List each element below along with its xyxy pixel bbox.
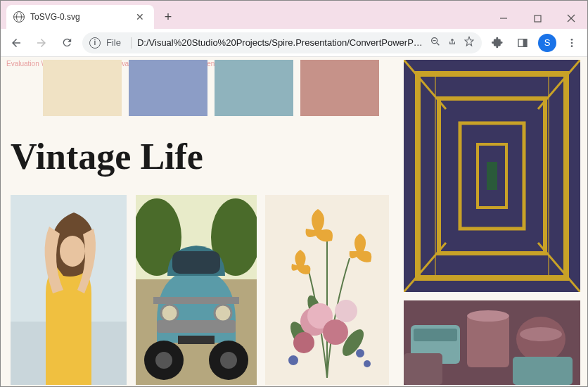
- svg-point-42: [220, 352, 237, 369]
- title-bar: ToSVG-0.svg ✕ +: [1, 1, 587, 29]
- svg-rect-33: [172, 251, 220, 274]
- svg-rect-37: [153, 297, 239, 304]
- svg-point-9: [571, 39, 573, 41]
- maximize-button[interactable]: [521, 8, 554, 29]
- svg-point-51: [335, 300, 357, 322]
- extensions-icon[interactable]: [487, 33, 507, 53]
- url-scheme: File: [106, 37, 121, 48]
- svg-point-10: [571, 42, 573, 44]
- svg-point-49: [323, 319, 348, 345]
- svg-point-61: [520, 327, 562, 341]
- reload-button[interactable]: [57, 33, 77, 53]
- back-button[interactable]: [6, 33, 26, 53]
- swatch-2: [129, 60, 207, 116]
- page-content: Evaluation Warning : The document was cr…: [1, 57, 587, 386]
- svg-line-5: [437, 43, 439, 45]
- svg-point-36: [215, 305, 231, 322]
- minimize-button[interactable]: [487, 8, 520, 29]
- svg-rect-63: [404, 353, 442, 385]
- color-swatches: [43, 60, 379, 116]
- image-woman: [11, 195, 127, 385]
- page-heading: Vintage Life: [11, 136, 203, 177]
- svg-point-11: [571, 45, 573, 47]
- share-icon[interactable]: [447, 36, 458, 49]
- swatch-3: [215, 60, 293, 116]
- image-flowers: [265, 195, 389, 385]
- svg-rect-17: [487, 162, 497, 190]
- image-staircase: [404, 60, 580, 292]
- info-icon[interactable]: i: [89, 37, 101, 49]
- svg-point-35: [161, 305, 178, 322]
- image-tins: [404, 300, 580, 385]
- svg-rect-57: [414, 329, 457, 341]
- svg-point-53: [356, 349, 364, 357]
- svg-rect-62: [513, 357, 573, 385]
- window-controls: [487, 8, 587, 29]
- close-window-button[interactable]: [555, 8, 587, 29]
- bookmark-icon[interactable]: [464, 36, 475, 49]
- swatch-4: [300, 60, 379, 116]
- side-panel-icon[interactable]: [513, 33, 532, 53]
- forward-button[interactable]: [32, 33, 51, 53]
- svg-rect-8: [523, 39, 527, 46]
- tab-title: ToSVG-0.svg: [30, 12, 127, 22]
- svg-rect-38: [178, 336, 215, 344]
- url-text: D:/Visual%20Studio%20Projects/Spire.Pres…: [137, 37, 424, 48]
- swatch-1: [43, 60, 122, 116]
- browser-tab[interactable]: ToSVG-0.svg ✕: [6, 5, 154, 29]
- zoom-icon[interactable]: [430, 36, 441, 49]
- svg-rect-1: [535, 15, 541, 22]
- menu-icon[interactable]: [562, 33, 582, 53]
- svg-point-59: [467, 310, 509, 322]
- svg-point-40: [155, 352, 172, 369]
- address-bar[interactable]: i File D:/Visual%20Studio%20Projects/Spi…: [82, 32, 482, 53]
- separator: [131, 37, 132, 49]
- image-truck: [136, 195, 257, 385]
- svg-point-52: [288, 355, 298, 365]
- new-tab-button[interactable]: +: [158, 7, 178, 27]
- close-tab-icon[interactable]: ✕: [133, 10, 147, 24]
- svg-point-50: [293, 332, 314, 353]
- toolbar: i File D:/Visual%20Studio%20Projects/Spi…: [1, 29, 587, 57]
- svg-point-54: [364, 360, 371, 367]
- svg-point-28: [60, 236, 85, 267]
- svg-rect-58: [467, 315, 509, 367]
- globe-icon: [13, 11, 25, 23]
- profile-avatar[interactable]: S: [538, 34, 556, 52]
